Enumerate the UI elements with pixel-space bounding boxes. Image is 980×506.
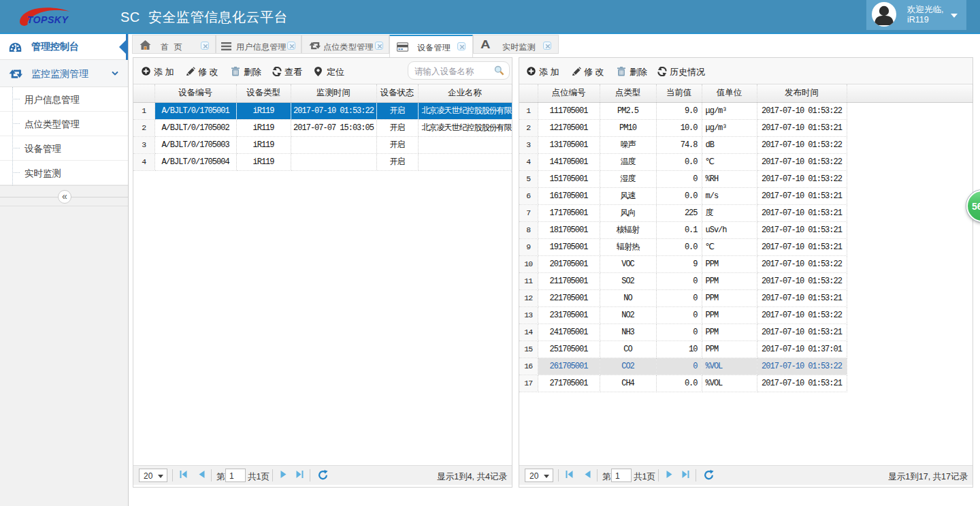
svg-text:TOPSKY: TOPSKY: [27, 14, 69, 25]
